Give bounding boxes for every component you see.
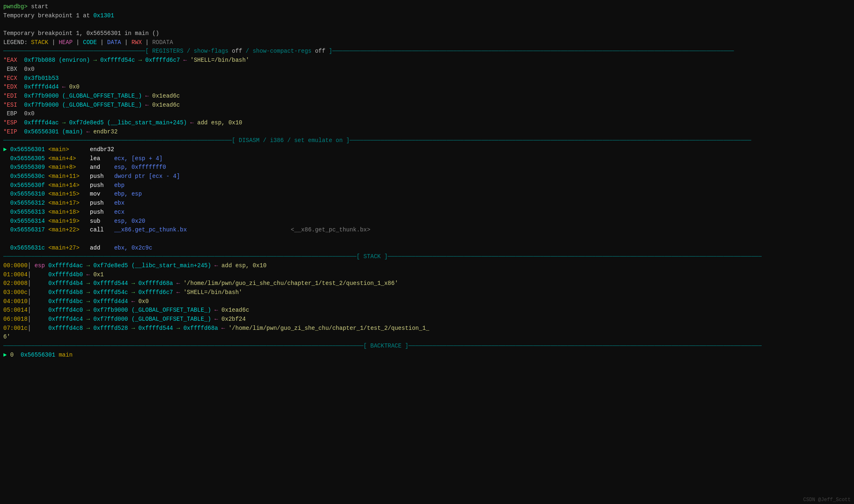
stack-1: 01:0004│ 0xffffd4b0 ← 0x1 <box>3 271 851 280</box>
legend-line: LEGEND: STACK | HEAP | CODE | DATA | RWX… <box>3 38 851 47</box>
instr-8: 0x56556314 <main+19> sub esp, 0x20 <box>3 217 851 226</box>
instr-1: 0x56556305 <main+4> lea ecx, [esp + 4] <box>3 154 851 163</box>
stack-4: 04:0010│ 0xffffd4bc → 0xffffd4d4 ← 0x0 <box>3 297 851 306</box>
stack-0: 00:0000│ esp 0xffffd4ac → 0xf7de8ed5 (__… <box>3 261 851 271</box>
backtrace-header: ────────────────────────────────────────… <box>3 342 851 351</box>
prompt-line: pwndbg> start <box>3 2 851 12</box>
reg-eax: *EAX 0xf7bb088 (environ) → 0xffffd54c → … <box>3 56 851 65</box>
legend-rwx: RWX <box>131 39 142 46</box>
reg-esp: *ESP 0xffffd4ac → 0xf7de8ed5 (__libc_sta… <box>3 119 851 128</box>
stack-2: 02:0008│ 0xffffd4b4 → 0xffffd544 → 0xfff… <box>3 279 851 288</box>
instr-2: 0x56556309 <main+8> and esp, 0xfffffff0 <box>3 163 851 172</box>
blank1 <box>3 20 851 29</box>
instr-7: 0x56556313 <main+18> push ecx <box>3 208 851 217</box>
prompt: pwndbg> <box>3 3 28 10</box>
instr-10: 0x5655631c <main+27> add ebx, 0x2c9c <box>3 244 851 253</box>
registers-header: ────────────────────────────────────────… <box>3 47 851 56</box>
legend-rodata: RODATA <box>152 39 173 46</box>
instr-6: 0x56556312 <main+17> push ebx <box>3 199 851 208</box>
bp-addr: 0x1301 <box>93 12 114 19</box>
reg-ebx: EBX 0x0 <box>3 65 851 74</box>
instr-0: ► 0x56556301 <main> endbr32 <box>3 145 851 154</box>
reg-ebp: EBP 0x0 <box>3 110 851 119</box>
stack-7b: 6' <box>3 333 851 342</box>
watermark: CSDN @Jeff_Scott <box>803 496 851 504</box>
reg-eip: *EIP 0x56556301 (main) ← endbr32 <box>3 128 851 137</box>
instr-9: 0x56556317 <main+22> call __x86.get_pc_t… <box>3 226 851 235</box>
instr-4: 0x5655630f <main+14> push ebp <box>3 181 851 190</box>
reg-edx: *EDX 0xffffd4d4 ← 0x0 <box>3 83 851 92</box>
stack-6: 06:0018│ 0xffffd4c4 → 0xf7ffd000 (_GLOBA… <box>3 315 851 324</box>
command: start <box>28 3 48 10</box>
legend-data: DATA <box>107 39 121 46</box>
stack-5: 05:0014│ 0xffffd4c0 → 0xf7fb9000 (_GLOBA… <box>3 306 851 315</box>
stack-header: ────────────────────────────────────────… <box>3 252 851 261</box>
terminal: pwndbg> start Temporary breakpoint 1 at … <box>0 0 854 504</box>
legend-stack: STACK <box>31 39 48 46</box>
disasm-header: ────────────────────────────────────────… <box>3 136 851 145</box>
reg-edi: *EDI 0xf7fb9000 (_GLOBAL_OFFSET_TABLE_) … <box>3 92 851 101</box>
stack-7: 07:001c│ 0xffffd4c8 → 0xffffd528 → 0xfff… <box>3 324 851 333</box>
instr-3: 0x5655630c <main+11> push dword ptr [ecx… <box>3 172 851 181</box>
backtrace-line: ► 0 0x56556301 main <box>3 351 851 360</box>
legend-code: CODE <box>83 39 97 46</box>
reg-ecx: *ECX 0x3fb01b53 <box>3 74 851 83</box>
bp-notice-2: Temporary breakpoint 1, 0x56556301 in ma… <box>3 29 851 38</box>
bp-notice-1: Temporary breakpoint 1 at 0x1301 <box>3 12 851 21</box>
reg-esi: *ESI 0xf7fb9000 (_GLOBAL_OFFSET_TABLE_) … <box>3 101 851 110</box>
legend-heap: HEAP <box>59 39 73 46</box>
instr-5: 0x56556310 <main+15> mov ebp, esp <box>3 190 851 199</box>
instr-blank <box>3 235 851 244</box>
stack-3: 03:000c│ 0xffffd4b8 → 0xffffd54c → 0xfff… <box>3 288 851 297</box>
